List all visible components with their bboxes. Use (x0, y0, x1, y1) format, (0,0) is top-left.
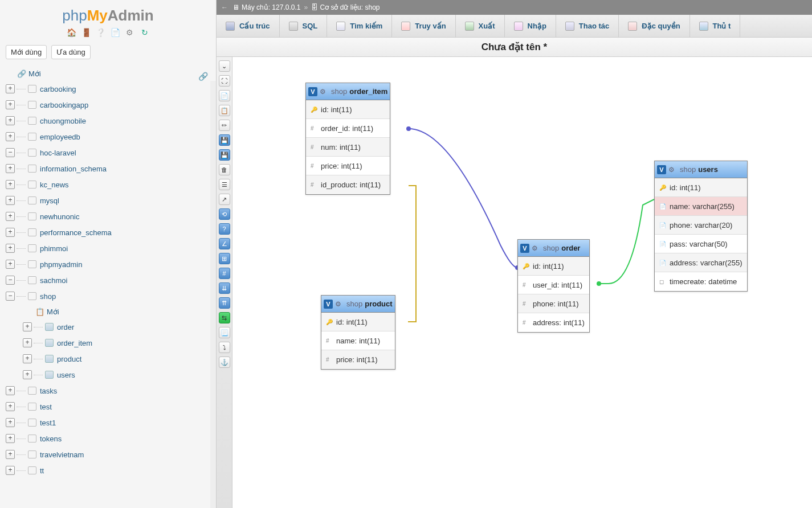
help-designer-icon[interactable]: ? (219, 223, 230, 235)
field-row[interactable]: ◻timecreate : datetime (655, 272, 747, 291)
field-row[interactable]: #user_id : int(11) (518, 276, 589, 294)
view-toggle-icon[interactable]: V (520, 244, 529, 253)
expand-icon[interactable]: + (6, 402, 15, 411)
tab-import[interactable]: Nhập (505, 15, 556, 37)
database-value[interactable]: shop (365, 3, 380, 11)
db-label[interactable]: tokens (40, 435, 62, 443)
back-arrow-icon[interactable]: ← (221, 3, 228, 11)
sidebar-scrollbar[interactable] (210, 81, 216, 508)
field-row[interactable]: #address : int(11) (518, 313, 589, 332)
expand-icon[interactable]: − (6, 276, 15, 285)
expand-icon[interactable]: − (6, 148, 15, 157)
collapse-icon[interactable]: ⌄ (219, 60, 230, 72)
gear-icon[interactable]: ⚙ (668, 166, 676, 174)
expand-icon[interactable]: + (6, 84, 15, 93)
tab-designer[interactable]: Thủ t (690, 15, 741, 37)
expand-icon[interactable]: + (6, 260, 15, 269)
exit-icon[interactable]: 🚪 (81, 28, 91, 38)
db-node-tasks[interactable]: +tasks (6, 383, 216, 399)
table-header[interactable]: V⚙shopproduct (321, 296, 395, 313)
db-label[interactable]: employeedb (40, 133, 80, 141)
expand-icon[interactable]: + (6, 228, 15, 237)
db-label[interactable]: carbooking (40, 85, 76, 93)
tab-search[interactable]: Tìm kiếm (327, 15, 392, 37)
field-row[interactable]: #phone : int(11) (518, 294, 589, 313)
table-label[interactable]: product (57, 355, 81, 363)
tab-query[interactable]: Truy vấn (392, 15, 455, 37)
new-database[interactable]: 🔗Mới (6, 66, 216, 81)
relation-icon[interactable]: ↗ (219, 194, 230, 205)
expand-icon[interactable]: + (6, 132, 15, 141)
field-row[interactable]: #id_product : int(11) (306, 175, 390, 194)
gear-icon[interactable]: ⚙ (335, 300, 343, 308)
save-icon[interactable]: 💾 (219, 134, 230, 146)
db-label[interactable]: information_schema (40, 165, 107, 173)
db-label[interactable]: mysql (40, 196, 59, 205)
fullscreen-icon[interactable]: ⛶ (219, 75, 230, 87)
table-label[interactable]: order_item (57, 339, 92, 347)
table-node-order_item[interactable]: +order_item (23, 335, 216, 351)
favorites-tab[interactable]: Ưa dùng (51, 45, 91, 59)
db-node-travelvietnam[interactable]: +travelvietnam (6, 446, 216, 462)
db-node-carbooking[interactable]: +carbooking (6, 81, 216, 97)
db-node-performance_schema[interactable]: +performance_schema (6, 224, 216, 240)
gear-icon[interactable]: ⚙ (320, 88, 328, 96)
settings-icon[interactable]: ⚙ (125, 28, 135, 38)
tab-structure[interactable]: Cấu trúc (217, 15, 280, 37)
grid-snap-icon[interactable]: ⊞ (219, 253, 230, 264)
db-label[interactable]: newhunonic (40, 212, 79, 221)
home-icon[interactable]: 🏠 (66, 28, 76, 38)
table-node-users[interactable]: +users (23, 367, 216, 383)
new-table[interactable]: 📋Mới (23, 304, 216, 319)
direct-link-icon[interactable]: ⇆ (219, 312, 230, 323)
db-node-phpmyadmin[interactable]: +phpmyadmin (6, 256, 216, 272)
tables-list-icon[interactable]: ☰ (219, 179, 230, 190)
field-row[interactable]: #order_id : int(11) (306, 119, 390, 138)
field-row[interactable]: 🔑id : int(11) (321, 313, 395, 331)
field-row[interactable]: #price : int(11) (306, 157, 390, 175)
view-toggle-icon[interactable]: V (324, 300, 333, 309)
db-label[interactable]: chuongmobile (40, 117, 86, 125)
expand-all-icon[interactable]: ⇊ (219, 282, 230, 294)
expand-icon[interactable]: + (6, 164, 15, 173)
designer-table-product[interactable]: V⚙shopproduct🔑id : int(11)#name : int(11… (321, 295, 395, 370)
save-as-icon[interactable]: 💾 (219, 149, 230, 161)
field-row[interactable]: #num : int(11) (306, 138, 390, 157)
db-node-test[interactable]: +test (6, 399, 216, 415)
expand-icon[interactable]: + (6, 434, 15, 443)
db-node-newhunonic[interactable]: +newhunonic (6, 208, 216, 224)
field-row[interactable]: #price : int(11) (321, 350, 395, 369)
db-node-hoc-laravel[interactable]: −hoc-laravel (6, 145, 216, 161)
export-schema-icon[interactable]: 📃 (219, 327, 230, 338)
server-value[interactable]: 127.0.0.1 (272, 3, 300, 11)
angular-icon[interactable]: ∠ (219, 238, 230, 249)
recent-tab[interactable]: Mới dùng (6, 45, 47, 59)
db-node-carbookingapp[interactable]: +carbookingapp (6, 97, 216, 113)
expand-icon[interactable]: + (6, 466, 15, 475)
field-row[interactable]: 🔑id : int(11) (655, 178, 747, 197)
table-label[interactable]: order (57, 323, 74, 331)
table-label[interactable]: users (57, 371, 75, 379)
db-node-information_schema[interactable]: +information_schema (6, 161, 216, 177)
link-icon[interactable]: 🔗 (198, 72, 208, 81)
expand-icon[interactable]: + (6, 100, 15, 109)
expand-icon[interactable]: + (23, 322, 32, 331)
expand-icon[interactable]: + (6, 386, 15, 395)
tab-sql[interactable]: SQL (280, 15, 328, 37)
db-node-employeedb[interactable]: +employeedb (6, 129, 216, 145)
db-label[interactable]: performance_schema (40, 228, 112, 237)
db-label[interactable]: shop (40, 292, 56, 301)
db-label[interactable]: sachmoi (40, 276, 67, 285)
table-header[interactable]: V⚙shoporder (518, 240, 589, 257)
db-node-shop[interactable]: −shop (6, 288, 216, 304)
db-label[interactable]: tt (40, 466, 44, 475)
table-header[interactable]: V⚙shopusers (655, 161, 747, 178)
db-label[interactable]: tasks (40, 387, 57, 395)
db-node-tokens[interactable]: +tokens (6, 431, 216, 446)
db-label[interactable]: carbookingapp (40, 101, 88, 109)
db-node-kc_news[interactable]: +kc_news (6, 177, 216, 192)
anchor-icon[interactable]: ⚓ (219, 357, 230, 368)
db-node-test1[interactable]: +test1 (6, 415, 216, 431)
expand-icon[interactable]: + (23, 338, 32, 347)
db-node-phimmoi[interactable]: +phimmoi (6, 240, 216, 256)
